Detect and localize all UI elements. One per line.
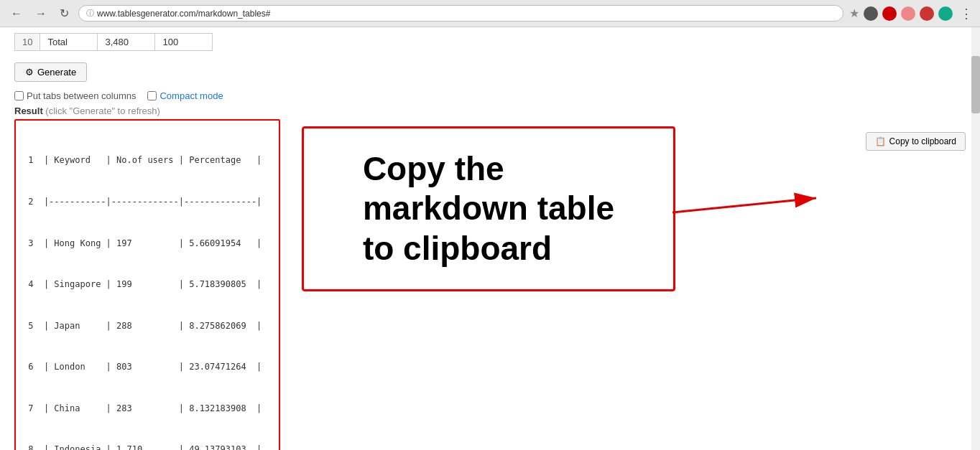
cell-users: 3,480 <box>98 34 155 51</box>
tabs-option[interactable]: Put tabs between columns <box>14 90 136 101</box>
url-text: www.tablesgenerator.com/markdown_tables# <box>97 9 270 19</box>
ext-icon-1 <box>864 6 878 21</box>
result-hint: (click "Generate" to refresh) <box>45 106 160 116</box>
code-line-7: 7 | China | 283 | 8.132183908 | <box>23 402 272 416</box>
page-content: 10 Total 3,480 100 ⚙ Generate Put tabs b… <box>0 27 980 450</box>
star-icon[interactable]: ★ <box>849 6 859 20</box>
arrow-container <box>672 191 831 234</box>
row-number: 10 <box>15 34 40 51</box>
annotation-line1: Copy the <box>363 149 614 189</box>
code-line-4: 4 | Singapore | 199 | 5.718390805 | <box>23 278 272 291</box>
scrollbar[interactable] <box>971 27 980 450</box>
lock-icon: ⓘ <box>86 8 94 19</box>
clipboard-icon: 📋 <box>875 136 886 146</box>
code-output[interactable]: 1 | Keyword | No.of users | Percentage |… <box>14 119 280 450</box>
code-line-6: 6 | London | 803 | 23.07471264 | <box>23 360 272 374</box>
compact-label: Compact mode <box>160 90 223 101</box>
annotation-line3: to clipboard <box>363 229 614 268</box>
tabs-checkbox[interactable] <box>14 91 24 100</box>
table-row: 10 Total 3,480 100 <box>15 34 213 51</box>
ext-icon-3 <box>901 6 915 21</box>
code-line-1: 1 | Keyword | No.of users | Percentage | <box>23 154 272 167</box>
cell-keyword: Total <box>40 34 98 51</box>
arrow-icon <box>672 191 831 234</box>
data-table-preview: 10 Total 3,480 100 <box>14 33 213 51</box>
result-label: Result (click "Generate" to refresh) <box>0 104 980 119</box>
ext-icon-4 <box>920 6 934 21</box>
menu-icon[interactable]: ⋮ <box>960 6 973 22</box>
generate-button[interactable]: ⚙ Generate <box>14 62 87 82</box>
annotation-text: Copy the markdown table to clipboard <box>348 142 629 276</box>
ext-icon-2 <box>882 6 897 21</box>
code-line-3: 3 | Hong Kong | 197 | 5.66091954 | <box>23 237 272 250</box>
scrollbar-thumb[interactable] <box>971 56 980 113</box>
compact-checkbox[interactable] <box>147 91 157 100</box>
tabs-label: Put tabs between columns <box>27 90 136 101</box>
cell-percentage: 100 <box>155 34 213 51</box>
code-line-8: 8 | Indonesia | 1,710 | 49.13793103 | <box>23 443 272 450</box>
code-line-5: 5 | Japan | 288 | 8.275862069 | <box>23 319 272 333</box>
annotation-box: Copy the markdown table to clipboard <box>302 126 675 291</box>
options-row: Put tabs between columns Compact mode <box>0 88 980 104</box>
forward-button[interactable]: → <box>32 6 50 22</box>
back-button[interactable]: ← <box>7 6 26 22</box>
browser-chrome: ← → ↻ ⓘ www.tablesgenerator.com/markdown… <box>0 0 980 27</box>
copy-to-clipboard-button[interactable]: 📋 Copy to clipboard <box>866 132 966 151</box>
browser-toolbar-icons: ★ ⋮ <box>849 6 973 22</box>
refresh-button[interactable]: ↻ <box>56 5 73 22</box>
generate-label: Generate <box>37 67 76 78</box>
compact-option[interactable]: Compact mode <box>147 90 223 101</box>
svg-line-1 <box>672 198 816 212</box>
top-table-area: 10 Total 3,480 100 <box>0 27 980 51</box>
code-line-2: 2 |-----------|-------------|-----------… <box>23 195 272 209</box>
copy-btn-label: Copy to clipboard <box>889 136 956 146</box>
result-text: Result <box>14 106 43 116</box>
ext-icon-5 <box>938 6 953 21</box>
generate-section: ⚙ Generate <box>0 57 980 88</box>
gear-icon: ⚙ <box>25 67 34 78</box>
main-area: 1 | Keyword | No.of users | Percentage |… <box>0 119 980 450</box>
address-bar[interactable]: ⓘ www.tablesgenerator.com/markdown_table… <box>78 5 843 22</box>
annotation-line2: markdown table <box>363 189 614 228</box>
